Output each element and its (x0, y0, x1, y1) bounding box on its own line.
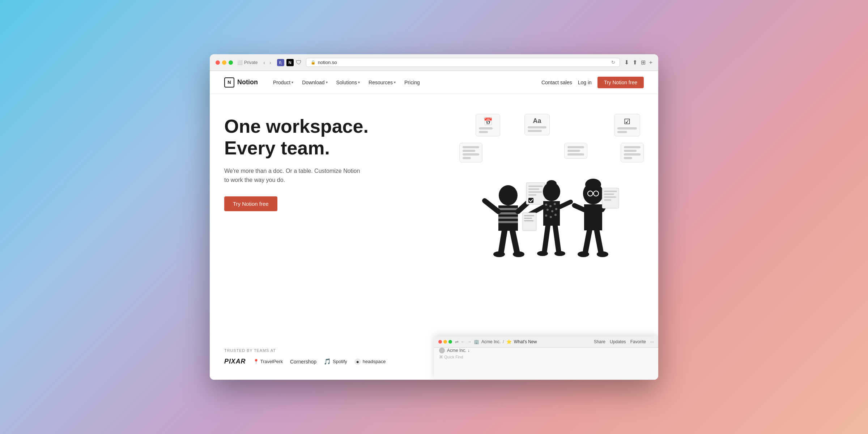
add-tab-icon[interactable]: + (649, 59, 652, 66)
svg-rect-13 (528, 186, 543, 187)
svg-rect-34 (524, 218, 532, 219)
nav-item-download[interactable]: Download ▾ (298, 77, 331, 88)
browser-chrome: ⬜ Private ‹ › f; N 🛡 🔒 notion.so ↻ ⬇ ⬆ ⊞… (210, 54, 658, 71)
traffic-lights (216, 60, 233, 65)
ff-extension-icon[interactable]: f; (277, 59, 284, 66)
bottom-tl-green (448, 340, 452, 344)
bottom-more-action[interactable]: ··· (650, 339, 654, 344)
svg-rect-5 (498, 221, 518, 223)
checkbox-card: ☑ (614, 114, 640, 136)
svg-line-46 (574, 205, 584, 210)
calendar-card: 📅 (476, 114, 500, 136)
navbar: N Notion Product ▾ Download ▾ Solutions … (210, 71, 658, 94)
svg-line-6 (485, 201, 498, 212)
nav-item-product[interactable]: Product ▾ (269, 77, 297, 88)
tabs-browser-icon[interactable]: ⊞ (641, 59, 646, 66)
text-card: Aa (524, 114, 550, 135)
svg-rect-45 (584, 204, 602, 230)
person-3 (574, 179, 619, 257)
bottom-back-icon: ← (461, 339, 465, 344)
svg-point-29 (554, 214, 557, 216)
traffic-light-yellow[interactable] (222, 60, 226, 65)
bottom-org-label: Acme Inc. ↓ (447, 348, 470, 353)
notion-logo[interactable]: N Notion (224, 77, 258, 88)
bottom-org-icon: 🏢 (474, 339, 479, 344)
svg-point-22 (549, 205, 552, 207)
svg-point-56 (597, 251, 608, 257)
svg-point-10 (493, 251, 505, 257)
back-arrow[interactable]: ‹ (262, 59, 267, 66)
reload-icon[interactable]: ↻ (611, 60, 615, 65)
bottom-expand-icon: ⇌ (455, 339, 459, 344)
private-label: Private (244, 60, 258, 65)
doc-card-2 (564, 143, 587, 159)
bottom-tl-yellow (443, 340, 447, 344)
travelperk-icon: 📍 (253, 359, 259, 364)
hero-headline: One workspace. Every team. (224, 116, 412, 159)
svg-rect-51 (604, 196, 616, 198)
bottom-breadcrumb-emoji2: ⭐ (506, 339, 512, 344)
svg-rect-49 (604, 191, 617, 192)
headspace-logo: ● headspace (354, 358, 386, 365)
bottom-browser-body: Acme Inc. ↓ ⌘ Quick Find (434, 348, 658, 359)
browser-nav-arrows: ‹ › (262, 59, 272, 66)
svg-point-38 (537, 251, 548, 256)
shield-extension-icon[interactable]: 🛡 (296, 59, 302, 66)
contact-sales-link[interactable]: Contact sales (541, 80, 572, 85)
download-browser-icon[interactable]: ⬇ (624, 59, 629, 66)
bottom-favorite-action[interactable]: Favorite (630, 339, 646, 344)
bottom-browser-overlay: ⇌ ← → 🏢 Acme Inc. / ⭐ What's New Share U… (434, 336, 658, 380)
share-browser-icon[interactable]: ⬆ (633, 59, 637, 66)
svg-rect-3 (498, 212, 518, 214)
bottom-quick-find[interactable]: ⌘ Quick Find (439, 355, 653, 359)
bottom-browser-chrome: ⇌ ← → 🏢 Acme Inc. / ⭐ What's New Share U… (434, 336, 658, 348)
svg-point-23 (554, 203, 556, 205)
svg-point-21 (545, 204, 547, 206)
nav-item-pricing[interactable]: Pricing (401, 77, 424, 88)
bottom-breadcrumb-sep: / (503, 339, 504, 344)
product-chevron-icon: ▾ (292, 80, 293, 84)
private-icon: ⬜ (237, 60, 243, 65)
traffic-light-green[interactable] (229, 60, 233, 65)
login-link[interactable]: Log in (578, 80, 592, 85)
svg-rect-15 (528, 191, 542, 193)
nav-item-resources[interactable]: Resources ▾ (365, 77, 399, 88)
bottom-traffic-lights (438, 340, 452, 344)
svg-rect-2 (498, 208, 518, 210)
nav-links: Product ▾ Download ▾ Solutions ▾ Resourc… (269, 77, 541, 88)
notion-logo-text: Notion (237, 78, 258, 86)
svg-rect-14 (528, 188, 539, 190)
notion-logo-icon: N (224, 77, 234, 88)
address-bar[interactable]: 🔒 notion.so ↻ (306, 58, 620, 67)
solutions-chevron-icon: ▾ (358, 80, 360, 84)
bottom-avatar-row: Acme Inc. ↓ (439, 348, 653, 353)
browser-private-indicator: ⬜ Private (237, 60, 258, 65)
svg-point-26 (555, 208, 557, 210)
svg-rect-35 (524, 220, 533, 221)
hero-cta-button[interactable]: Try Notion free (224, 196, 277, 211)
nav-right: Contact sales Log in Try Notion free (541, 77, 644, 88)
traffic-light-red[interactable] (216, 60, 220, 65)
bottom-breadcrumb-org: Acme Inc. (481, 339, 501, 344)
try-notion-free-button[interactable]: Try Notion free (597, 77, 644, 88)
people-illustration (474, 159, 626, 289)
travelperk-logo: 📍 TravelPerk (253, 359, 283, 364)
svg-rect-16 (528, 194, 536, 196)
headspace-icon: ● (354, 358, 361, 365)
download-chevron-icon: ▾ (326, 80, 328, 84)
bottom-browser-actions: Share Updates Favorite ··· (594, 339, 654, 344)
hero-subtext: We're more than a doc. Or a table. Custo… (224, 166, 362, 185)
notion-extension-icon[interactable]: N (286, 59, 294, 66)
nav-item-solutions[interactable]: Solutions ▾ (333, 77, 364, 88)
trusted-section: TRUSTED BY TEAMS AT PIXAR 📍 TravelPerk C… (224, 348, 412, 365)
bottom-updates-action[interactable]: Updates (610, 339, 626, 344)
svg-point-39 (554, 251, 565, 256)
svg-point-27 (545, 214, 547, 217)
bottom-tl-red (438, 340, 442, 344)
forward-arrow[interactable]: › (268, 59, 273, 66)
bottom-avatar (439, 348, 445, 353)
svg-point-11 (513, 251, 524, 257)
trusted-label: TRUSTED BY TEAMS AT (224, 348, 412, 353)
bottom-share-action[interactable]: Share (594, 339, 605, 344)
spotify-icon: 🎵 (324, 358, 331, 365)
